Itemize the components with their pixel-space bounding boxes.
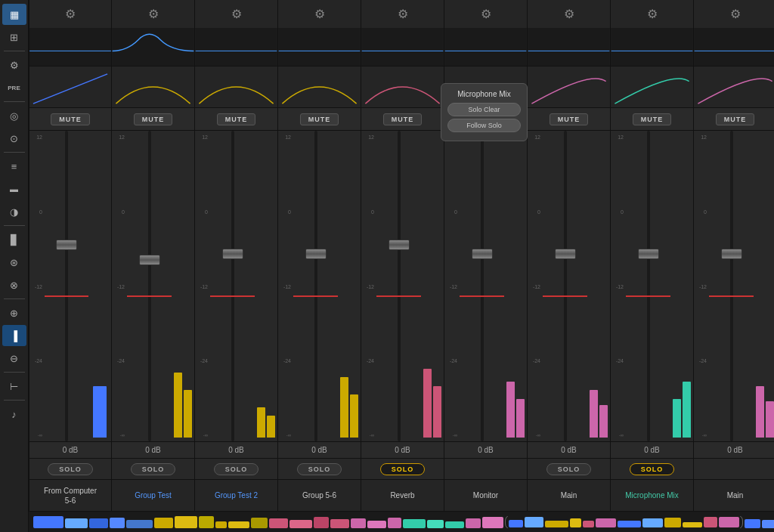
fader-track-container-1[interactable] [45, 131, 88, 441]
music-icon[interactable]: ♪ [2, 404, 26, 425]
transport-inner-segment-5[interactable] [596, 518, 616, 527]
fader-track-container-5[interactable] [376, 131, 421, 441]
solo-button-8[interactable]: SOLO [630, 463, 675, 475]
strip-db-label-9: 0 dB [694, 441, 774, 458]
fader-track-container-3[interactable] [210, 131, 255, 441]
fader-track-container-9[interactable] [709, 131, 754, 441]
transport-inner-segment-3[interactable] [570, 518, 581, 527]
network-icon[interactable]: ⊛ [2, 252, 26, 273]
mute-button-8[interactable]: MUTE [633, 113, 672, 125]
fader-track-container-4[interactable] [293, 131, 338, 441]
transport-segment-13[interactable] [314, 517, 329, 527]
transport-inner-segment-1[interactable] [525, 517, 543, 527]
transport-segment-11[interactable] [269, 518, 288, 528]
solo-button-1[interactable]: SOLO [48, 463, 93, 475]
transport-segment-8[interactable] [215, 521, 227, 528]
mute-button-7[interactable]: MUTE [550, 113, 589, 125]
solo-button-2[interactable]: SOLO [131, 463, 176, 475]
solo-button-7[interactable]: SOLO [546, 463, 592, 475]
transport-inner-segment-0[interactable] [509, 520, 523, 527]
gear-icon-2[interactable]: ⚙ [148, 7, 159, 21]
grid-icon[interactable]: ⊞ [2, 26, 26, 48]
solo-button-4[interactable]: SOLO [297, 463, 342, 475]
gear-icon-7[interactable]: ⚙ [564, 7, 574, 21]
solo-clear-button[interactable]: Solo Clear [447, 103, 521, 116]
gear-icon-4[interactable]: ⚙ [314, 7, 325, 21]
gear-icon-3[interactable]: ⚙ [231, 7, 242, 21]
record-icon[interactable]: ⊖ [2, 348, 26, 369]
mute-button-4[interactable]: MUTE [300, 113, 339, 125]
pre-icon[interactable]: PRE [2, 77, 26, 98]
transport-segment-14[interactable] [330, 519, 349, 527]
mute-button-3[interactable]: MUTE [217, 113, 256, 125]
transport-inner-segment-4[interactable] [583, 521, 594, 527]
sliders-icon[interactable]: ≡ [2, 156, 26, 177]
fader-track-container-7[interactable] [543, 131, 587, 441]
eye-icon[interactable]: ⊙ [2, 128, 26, 149]
transport-segment-12[interactable] [289, 520, 312, 527]
gear-icon-8[interactable]: ⚙ [647, 7, 658, 21]
transport-segment-10[interactable] [251, 518, 268, 527]
gear-icon-9[interactable]: ⚙ [730, 7, 741, 21]
mute-button-1[interactable]: MUTE [51, 113, 90, 125]
solo-button-5[interactable]: SOLO [380, 463, 426, 475]
gear-icon-1[interactable]: ⚙ [65, 7, 76, 21]
transport-inner-segment-6[interactable] [618, 521, 642, 527]
transport-segment-21[interactable] [466, 518, 481, 527]
fader-knob-4[interactable] [305, 249, 327, 259]
mute-button-9[interactable]: MUTE [716, 113, 755, 125]
nodes-icon[interactable]: ⊗ [2, 274, 26, 295]
headphone-icon[interactable]: ◑ [2, 201, 26, 222]
fader-knob-8[interactable] [638, 249, 659, 259]
transport-segment-6[interactable] [175, 516, 197, 527]
transport-segment-22[interactable] [482, 517, 503, 527]
transport-segment-20[interactable] [445, 521, 464, 527]
transport-inner-segment-7[interactable] [642, 518, 662, 527]
transport-inner-segment-8[interactable] [664, 518, 682, 527]
transport-scroll-thumb[interactable] [505, 516, 743, 528]
transport-segment-7[interactable] [199, 516, 214, 527]
follow-solo-button[interactable]: Follow Solo [447, 119, 521, 132]
fader-icon[interactable]: ▐ [2, 325, 26, 346]
fader-track-container-2[interactable] [127, 131, 172, 441]
solo-button-3[interactable]: SOLO [214, 463, 259, 475]
transport-segment-9[interactable] [228, 521, 249, 527]
mute-button-2[interactable]: MUTE [134, 113, 173, 125]
fader-knob-6[interactable] [472, 249, 493, 259]
transport-inner-segment-11[interactable] [719, 517, 739, 527]
transport-right-segment-1[interactable] [762, 520, 774, 528]
settings-icon[interactable]: ⚙ [2, 54, 26, 76]
transport-segment-5[interactable] [154, 518, 173, 527]
fader-knob-1[interactable] [56, 240, 77, 250]
bars-icon[interactable]: ▊ [2, 229, 26, 250]
transport-segment-19[interactable] [427, 520, 444, 528]
fader-track-container-6[interactable] [460, 131, 504, 441]
transport-segment-1[interactable] [65, 518, 88, 528]
fader-knob-2[interactable] [139, 255, 160, 265]
layers-icon[interactable]: ▦ [2, 4, 26, 25]
transport-segment-4[interactable] [126, 520, 153, 527]
plugin-icon[interactable]: ⊕ [2, 302, 26, 323]
fader-track-container-8[interactable] [626, 131, 670, 441]
waveform-icon[interactable]: ▬ [2, 178, 26, 200]
transport-segment-2[interactable] [89, 518, 108, 528]
transport-right-segment-0[interactable] [745, 519, 760, 528]
transport-segment-18[interactable] [403, 519, 426, 527]
transport-inner-segment-10[interactable] [704, 517, 717, 527]
transport-segment-16[interactable] [367, 521, 386, 528]
transport-segment-17[interactable] [388, 518, 401, 528]
transport-segment-3[interactable] [110, 518, 125, 528]
person-icon[interactable]: ⊢ [2, 376, 26, 397]
fader-knob-7[interactable] [555, 249, 576, 259]
mute-button-5[interactable]: MUTE [383, 113, 423, 125]
gear-icon-6[interactable]: ⚙ [481, 7, 491, 21]
transport-inner-segment-9[interactable] [683, 522, 702, 527]
transport-segment-0[interactable] [33, 516, 63, 527]
gear-icon-5[interactable]: ⚙ [398, 7, 408, 21]
transport-segment-15[interactable] [351, 518, 366, 528]
fader-knob-3[interactable] [222, 249, 243, 259]
fader-knob-9[interactable] [721, 249, 742, 259]
fader-knob-5[interactable] [389, 240, 410, 250]
transport-inner-segment-2[interactable] [545, 521, 568, 527]
eye-off-icon[interactable]: ◎ [2, 105, 26, 126]
